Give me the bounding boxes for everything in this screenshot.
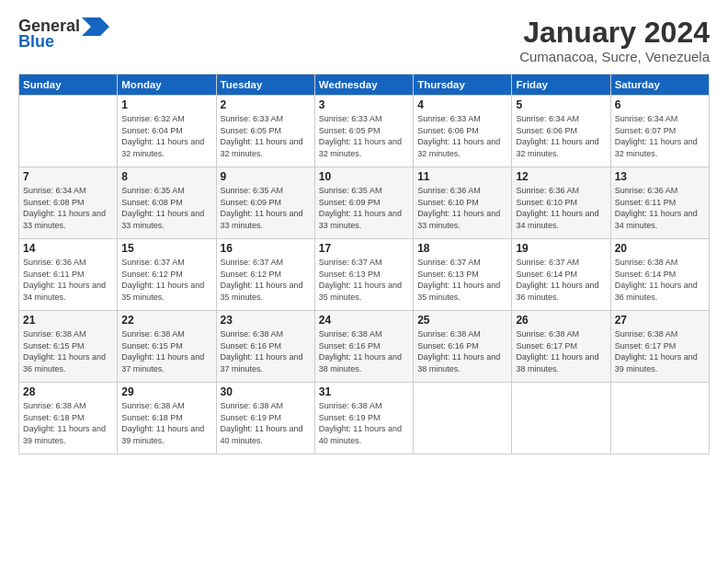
- table-row: [19, 96, 118, 167]
- table-row: 19 Sunrise: 6:37 AM Sunset: 6:14 PM Dayl…: [512, 239, 610, 311]
- header-sunday: Sunday: [19, 75, 118, 96]
- day-number: 15: [121, 242, 211, 255]
- daylight-text: Daylight: 11 hours and 40 minutes.: [319, 424, 402, 445]
- day-detail: Sunrise: 6:33 AM Sunset: 6:05 PM Dayligh…: [221, 113, 311, 159]
- daylight-text: Daylight: 11 hours and 34 minutes.: [516, 209, 598, 230]
- sunset-text: Sunset: 6:18 PM: [121, 413, 183, 422]
- table-row: 22 Sunrise: 6:38 AM Sunset: 6:15 PM Dayl…: [118, 311, 216, 383]
- daylight-text: Daylight: 11 hours and 32 minutes.: [319, 137, 402, 158]
- sunrise-text: Sunrise: 6:38 AM: [221, 401, 284, 410]
- day-number: 13: [615, 170, 705, 183]
- table-row: 8 Sunrise: 6:35 AM Sunset: 6:08 PM Dayli…: [118, 167, 216, 239]
- sunset-text: Sunset: 6:18 PM: [23, 413, 85, 422]
- sunset-text: Sunset: 6:11 PM: [615, 198, 677, 207]
- day-number: 21: [23, 314, 113, 327]
- day-detail: Sunrise: 6:38 AM Sunset: 6:14 PM Dayligh…: [615, 257, 705, 303]
- day-detail: Sunrise: 6:38 AM Sunset: 6:16 PM Dayligh…: [221, 328, 311, 374]
- table-row: 26 Sunrise: 6:38 AM Sunset: 6:17 PM Dayl…: [512, 311, 610, 383]
- day-number: 28: [23, 385, 113, 398]
- sunrise-text: Sunrise: 6:38 AM: [221, 329, 284, 339]
- day-detail: Sunrise: 6:36 AM Sunset: 6:11 PM Dayligh…: [615, 185, 705, 231]
- day-detail: Sunrise: 6:34 AM Sunset: 6:06 PM Dayligh…: [516, 113, 606, 159]
- day-number: 14: [23, 242, 113, 255]
- sunset-text: Sunset: 6:04 PM: [121, 126, 183, 135]
- sunset-text: Sunset: 6:12 PM: [221, 270, 282, 279]
- sunset-text: Sunset: 6:14 PM: [516, 270, 577, 279]
- table-row: 5 Sunrise: 6:34 AM Sunset: 6:06 PM Dayli…: [512, 96, 610, 167]
- day-number: 2: [221, 98, 311, 111]
- calendar-week-row: 1 Sunrise: 6:32 AM Sunset: 6:04 PM Dayli…: [19, 96, 710, 167]
- sunset-text: Sunset: 6:16 PM: [319, 341, 381, 350]
- month-title: January 2024: [519, 17, 710, 49]
- day-number: 16: [221, 242, 311, 255]
- sunrise-text: Sunrise: 6:38 AM: [121, 401, 185, 410]
- sunset-text: Sunset: 6:09 PM: [221, 198, 282, 207]
- sunset-text: Sunset: 6:19 PM: [221, 413, 282, 422]
- sunrise-text: Sunrise: 6:36 AM: [615, 186, 678, 195]
- daylight-text: Daylight: 11 hours and 33 minutes.: [23, 209, 106, 230]
- day-number: 7: [23, 170, 113, 183]
- sunrise-text: Sunrise: 6:37 AM: [319, 258, 382, 267]
- day-number: 6: [615, 98, 705, 111]
- daylight-text: Daylight: 11 hours and 36 minutes.: [615, 281, 698, 302]
- location-title: Cumanacoa, Sucre, Venezuela: [519, 49, 710, 64]
- day-number: 24: [319, 314, 409, 327]
- daylight-text: Daylight: 11 hours and 32 minutes.: [615, 137, 698, 158]
- day-number: 5: [516, 98, 606, 111]
- day-detail: Sunrise: 6:36 AM Sunset: 6:10 PM Dayligh…: [516, 185, 606, 231]
- sunrise-text: Sunrise: 6:33 AM: [319, 114, 382, 123]
- table-row: 23 Sunrise: 6:38 AM Sunset: 6:16 PM Dayl…: [216, 311, 314, 383]
- title-area: January 2024 Cumanacoa, Sucre, Venezuela: [519, 17, 710, 64]
- sunrise-text: Sunrise: 6:36 AM: [516, 186, 579, 195]
- header-thursday: Thursday: [414, 75, 512, 96]
- day-number: 25: [417, 314, 507, 327]
- sunset-text: Sunset: 6:17 PM: [516, 341, 577, 350]
- daylight-text: Daylight: 11 hours and 39 minutes.: [23, 424, 106, 445]
- day-detail: Sunrise: 6:35 AM Sunset: 6:09 PM Dayligh…: [221, 185, 311, 231]
- daylight-text: Daylight: 11 hours and 36 minutes.: [516, 281, 598, 302]
- sunset-text: Sunset: 6:11 PM: [23, 270, 85, 279]
- page: General Blue January 2024 Cumanacoa, Suc…: [0, 0, 728, 563]
- day-number: 3: [319, 98, 409, 111]
- sunrise-text: Sunrise: 6:38 AM: [319, 401, 382, 410]
- calendar-week-row: 14 Sunrise: 6:36 AM Sunset: 6:11 PM Dayl…: [19, 239, 710, 311]
- day-number: 29: [121, 385, 211, 398]
- day-detail: Sunrise: 6:35 AM Sunset: 6:09 PM Dayligh…: [319, 185, 409, 231]
- table-row: 25 Sunrise: 6:38 AM Sunset: 6:16 PM Dayl…: [414, 311, 512, 383]
- day-detail: Sunrise: 6:37 AM Sunset: 6:12 PM Dayligh…: [221, 257, 311, 303]
- day-detail: Sunrise: 6:38 AM Sunset: 6:18 PM Dayligh…: [23, 400, 113, 446]
- sunrise-text: Sunrise: 6:35 AM: [121, 186, 185, 195]
- sunrise-text: Sunrise: 6:38 AM: [615, 258, 678, 267]
- sunrise-text: Sunrise: 6:37 AM: [221, 258, 284, 267]
- day-number: 20: [615, 242, 705, 255]
- table-row: 1 Sunrise: 6:32 AM Sunset: 6:04 PM Dayli…: [118, 96, 216, 167]
- table-row: 14 Sunrise: 6:36 AM Sunset: 6:11 PM Dayl…: [19, 239, 118, 311]
- header-saturday: Saturday: [610, 75, 709, 96]
- sunset-text: Sunset: 6:15 PM: [121, 341, 183, 350]
- day-detail: Sunrise: 6:38 AM Sunset: 6:16 PM Dayligh…: [319, 328, 409, 374]
- logo-blue-text: Blue: [18, 32, 54, 52]
- day-number: 11: [417, 170, 507, 183]
- day-detail: Sunrise: 6:38 AM Sunset: 6:19 PM Dayligh…: [221, 400, 311, 446]
- day-detail: Sunrise: 6:33 AM Sunset: 6:05 PM Dayligh…: [319, 113, 409, 159]
- table-row: 30 Sunrise: 6:38 AM Sunset: 6:19 PM Dayl…: [216, 383, 314, 454]
- logo-arrow-icon: [82, 17, 109, 36]
- day-detail: Sunrise: 6:38 AM Sunset: 6:16 PM Dayligh…: [417, 328, 507, 374]
- table-row: 29 Sunrise: 6:38 AM Sunset: 6:18 PM Dayl…: [118, 383, 216, 454]
- day-detail: Sunrise: 6:34 AM Sunset: 6:08 PM Dayligh…: [23, 185, 113, 231]
- day-detail: Sunrise: 6:36 AM Sunset: 6:10 PM Dayligh…: [417, 185, 507, 231]
- table-row: 12 Sunrise: 6:36 AM Sunset: 6:10 PM Dayl…: [512, 167, 610, 239]
- table-row: 3 Sunrise: 6:33 AM Sunset: 6:05 PM Dayli…: [314, 96, 413, 167]
- header: General Blue January 2024 Cumanacoa, Suc…: [18, 17, 710, 64]
- sunrise-text: Sunrise: 6:34 AM: [23, 186, 86, 195]
- daylight-text: Daylight: 11 hours and 36 minutes.: [23, 352, 106, 373]
- table-row: [414, 383, 512, 454]
- day-number: 9: [221, 170, 311, 183]
- sunrise-text: Sunrise: 6:38 AM: [319, 329, 382, 339]
- day-detail: Sunrise: 6:32 AM Sunset: 6:04 PM Dayligh…: [121, 113, 211, 159]
- table-row: 31 Sunrise: 6:38 AM Sunset: 6:19 PM Dayl…: [314, 383, 413, 454]
- day-number: 10: [319, 170, 409, 183]
- daylight-text: Daylight: 11 hours and 35 minutes.: [221, 281, 303, 302]
- table-row: 7 Sunrise: 6:34 AM Sunset: 6:08 PM Dayli…: [19, 167, 118, 239]
- day-number: 23: [221, 314, 311, 327]
